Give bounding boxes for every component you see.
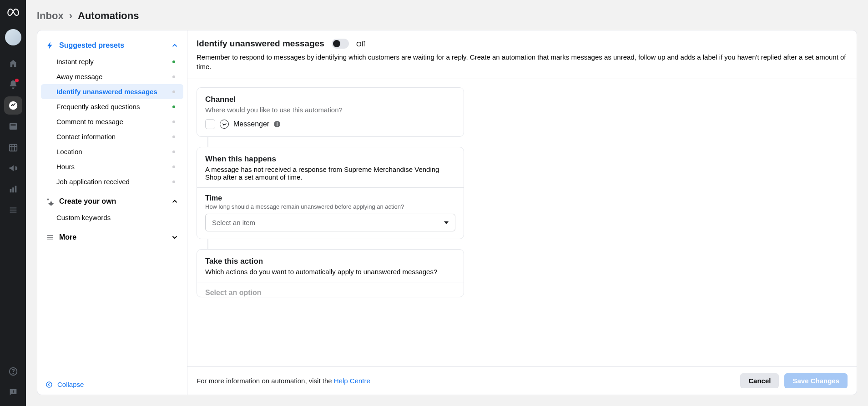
automation-sidebar: Suggested presets Instant replyAway mess… <box>37 30 187 395</box>
preset-item-job-application-received[interactable]: Job application received <box>41 174 183 189</box>
svg-rect-8 <box>12 187 14 192</box>
collapse-sidebar[interactable]: Collapse <box>37 374 187 395</box>
preset-item-away-message[interactable]: Away message <box>41 69 183 84</box>
caret-down-icon <box>444 221 449 224</box>
action-heading: Take this action <box>205 257 455 266</box>
create-your-own-label: Create your own <box>59 197 166 206</box>
collapse-label: Collapse <box>57 381 84 388</box>
status-dot <box>172 75 175 78</box>
action-card: Take this action Which actions do you wa… <box>197 249 464 297</box>
action-sub: Which actions do you want to automatical… <box>205 268 455 276</box>
save-button[interactable]: Save Changes <box>784 373 848 388</box>
chevron-down-icon <box>171 233 179 241</box>
svg-rect-1 <box>9 123 17 130</box>
when-sub: A message has not received a response fr… <box>205 165 455 181</box>
preset-item-frequently-asked-questions[interactable]: Frequently asked questions <box>41 99 183 114</box>
svg-rect-3 <box>9 145 17 151</box>
custom-item-custom-keywords[interactable]: Custom keywords <box>41 210 183 225</box>
preset-label: Location <box>56 148 172 155</box>
nav-help[interactable] <box>4 362 22 381</box>
automation-description: Remember to respond to messages by ident… <box>197 52 848 71</box>
channel-heading: Channel <box>205 95 455 104</box>
breadcrumb-automations: Automations <box>78 10 139 22</box>
nav-ads[interactable] <box>4 159 22 177</box>
svg-rect-9 <box>15 186 16 193</box>
enable-toggle[interactable] <box>332 39 349 49</box>
chevron-right-icon: › <box>69 10 72 22</box>
status-dot <box>172 165 175 168</box>
sparkle-icon <box>45 197 55 206</box>
create-your-own-header[interactable]: Create your own <box>37 193 187 210</box>
profile-avatar[interactable] <box>5 29 21 45</box>
cancel-button[interactable]: Cancel <box>740 373 779 388</box>
time-select[interactable]: Select an item <box>205 214 455 231</box>
info-icon[interactable]: i <box>274 121 280 127</box>
action-option-heading: Select an option <box>205 289 455 297</box>
nav-all-tools[interactable] <box>4 201 22 219</box>
footer-info-prefix: For more information on automation, visi… <box>197 377 334 385</box>
messenger-label: Messenger <box>233 120 269 128</box>
preset-item-contact-information[interactable]: Contact information <box>41 129 183 144</box>
chevron-up-icon <box>171 41 179 50</box>
status-dot <box>172 135 175 138</box>
left-nav-rail <box>0 0 26 406</box>
status-dot <box>172 90 175 93</box>
preset-item-comment-to-message[interactable]: Comment to message <box>41 114 183 129</box>
meta-logo <box>6 6 20 22</box>
nav-notifications[interactable] <box>4 75 22 94</box>
svg-point-14 <box>13 373 13 374</box>
preset-item-location[interactable]: Location <box>41 144 183 159</box>
preset-label: Frequently asked questions <box>56 103 172 110</box>
preset-label: Custom keywords <box>56 214 175 221</box>
messenger-checkbox[interactable] <box>205 119 215 129</box>
toggle-state-label: Off <box>356 40 365 48</box>
chevron-up-icon <box>171 197 179 206</box>
notification-dot <box>15 79 19 82</box>
breadcrumb-inbox[interactable]: Inbox <box>37 10 64 22</box>
preset-label: Comment to message <box>56 118 172 125</box>
automation-title: Identify unanswered messages <box>197 39 324 49</box>
preset-item-instant-reply[interactable]: Instant reply <box>41 54 183 69</box>
nav-insights[interactable] <box>4 180 22 198</box>
channel-card: Channel Where would you like to use this… <box>197 87 464 137</box>
nav-feedback[interactable] <box>4 383 22 401</box>
messenger-icon <box>220 120 229 129</box>
svg-rect-15 <box>13 390 14 392</box>
bolt-icon <box>45 41 55 50</box>
connector-line <box>207 239 208 249</box>
svg-point-20 <box>46 382 52 387</box>
status-dot <box>172 180 175 183</box>
preset-item-identify-unanswered-messages[interactable]: Identify unanswered messages <box>41 84 183 99</box>
when-card: When this happens A message has not rece… <box>197 147 464 239</box>
preset-label: Job application received <box>56 178 172 185</box>
preset-label: Identify unanswered messages <box>56 88 172 95</box>
when-heading: When this happens <box>205 155 455 164</box>
suggested-presets-label: Suggested presets <box>59 41 166 50</box>
preset-label: Instant reply <box>56 58 172 65</box>
footer-info: For more information on automation, visi… <box>197 377 370 385</box>
suggested-presets-header[interactable]: Suggested presets <box>37 37 187 54</box>
preset-item-hours[interactable]: Hours <box>41 159 183 174</box>
status-dot <box>172 150 175 153</box>
svg-rect-2 <box>10 124 15 125</box>
nav-posts[interactable] <box>4 117 22 135</box>
time-heading: Time <box>205 194 455 202</box>
nav-inbox[interactable] <box>4 96 22 115</box>
nav-home[interactable] <box>4 55 22 73</box>
collapse-icon <box>45 381 53 388</box>
status-dot <box>172 120 175 123</box>
time-hint: How long should a message remain unanswe… <box>205 203 455 210</box>
preset-label: Away message <box>56 73 172 80</box>
preset-label: Hours <box>56 163 172 170</box>
more-header[interactable]: More <box>37 229 187 246</box>
automation-detail: Identify unanswered messages Off Remembe… <box>187 30 857 395</box>
preset-label: Contact information <box>56 133 172 140</box>
help-centre-link[interactable]: Help Centre <box>334 377 370 385</box>
channel-sub: Where would you like to use this automat… <box>205 106 455 114</box>
status-dot <box>172 105 175 108</box>
time-select-placeholder: Select an item <box>212 219 255 226</box>
breadcrumb: Inbox › Automations <box>26 0 868 30</box>
nav-planner[interactable] <box>4 138 22 156</box>
more-label: More <box>59 233 166 241</box>
svg-rect-7 <box>10 189 11 192</box>
